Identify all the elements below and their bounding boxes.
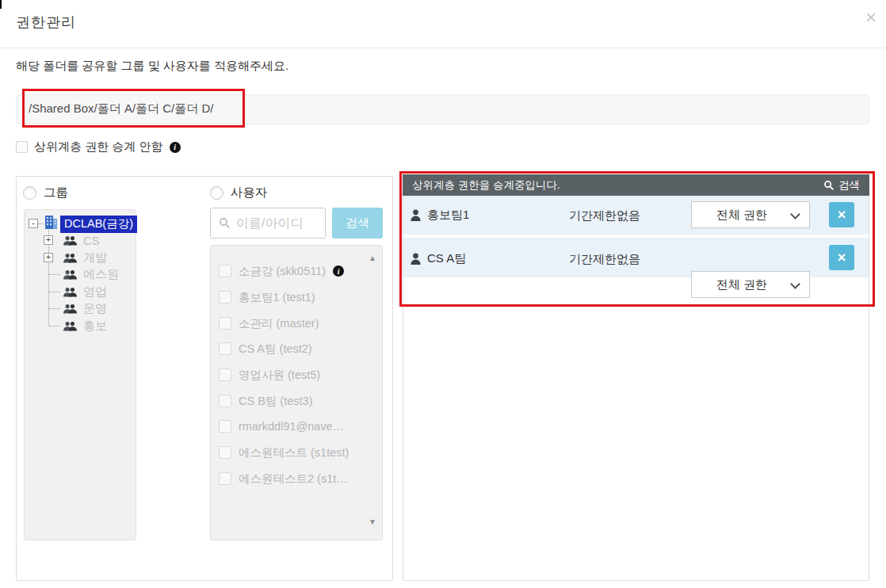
remove-permission-button[interactable]: × bbox=[829, 245, 854, 270]
info-icon[interactable]: i bbox=[333, 265, 344, 277]
scroll-down-icon[interactable]: ▼ bbox=[367, 517, 378, 526]
page-title: 권한관리 bbox=[16, 13, 76, 32]
tree-node[interactable]: 영업 bbox=[63, 284, 107, 300]
user-list-item[interactable]: 소금강 (skk0511) i bbox=[219, 263, 344, 279]
group-icon bbox=[63, 304, 77, 314]
user-list-item[interactable]: 에스원테스트2 (s1t… bbox=[219, 471, 348, 487]
inherited-permissions-panel bbox=[403, 174, 869, 581]
user-radio[interactable] bbox=[210, 186, 223, 200]
tree-node-label: 홍보 bbox=[83, 319, 107, 334]
permission-row-name: CS A팀 bbox=[411, 251, 466, 266]
user-list-item[interactable]: 홍보팀1 (test1) bbox=[219, 289, 315, 305]
user-item-label: 소금강 (skk0511) bbox=[239, 264, 326, 279]
tree-node-label: 영업 bbox=[83, 284, 107, 300]
panel-search-button[interactable]: 검색 bbox=[823, 178, 860, 193]
user-item-label: 소관리 (master) bbox=[239, 316, 319, 331]
group-radio-row: 그룹 bbox=[23, 185, 68, 201]
user-list-item[interactable]: CS A팀 (test2) bbox=[219, 341, 312, 357]
user-item-label: CS A팀 (test2) bbox=[239, 342, 312, 357]
inherited-permissions-header: 상위계층 권한을 승계중입니다. 검색 bbox=[403, 174, 869, 196]
search-icon bbox=[219, 217, 231, 229]
user-list-item[interactable]: 소관리 (master) bbox=[219, 315, 319, 331]
group-icon bbox=[63, 253, 77, 263]
permission-period: 기간제한없음 bbox=[569, 252, 640, 267]
user-checkbox[interactable] bbox=[219, 446, 231, 459]
user-list-item[interactable]: CS B팀 (test3) bbox=[219, 393, 312, 409]
group-icon bbox=[63, 235, 77, 246]
permission-row-name-label: 홍보팀1 bbox=[427, 208, 469, 223]
inherit-checkbox-label: 상위계층 권한 승계 안함 bbox=[34, 139, 163, 155]
chevron-down-icon bbox=[790, 279, 800, 289]
user-search-input[interactable] bbox=[236, 216, 315, 231]
tree-node[interactable]: 홍보 bbox=[63, 318, 107, 334]
tree-collapse-toggle[interactable]: - bbox=[29, 219, 38, 228]
user-radio-label: 사용자 bbox=[231, 185, 268, 201]
remove-permission-button[interactable]: × bbox=[829, 202, 854, 227]
tree-node-root[interactable]: DCLAB(금강) bbox=[60, 216, 137, 233]
group-icon bbox=[63, 287, 77, 297]
permission-select[interactable]: 전체 권한 bbox=[691, 201, 810, 228]
user-item-label: 에스원테스트 (s1test) bbox=[239, 445, 349, 460]
user-search-button[interactable]: 검색 bbox=[332, 208, 383, 239]
search-icon bbox=[823, 180, 834, 191]
person-icon bbox=[411, 209, 421, 221]
inherit-option-row: 상위계층 권한 승계 안함 i bbox=[16, 139, 181, 155]
close-icon[interactable]: × bbox=[865, 8, 876, 27]
dialog-subtitle: 해당 폴더를 공유할 그룹 및 사용자를 적용해주세요. bbox=[16, 59, 288, 74]
group-icon bbox=[63, 269, 77, 280]
permission-row-name: 홍보팀1 bbox=[411, 208, 469, 223]
user-list-item[interactable]: rmarkddl91@nave… bbox=[219, 418, 344, 434]
tree-expand-toggle[interactable]: + bbox=[44, 235, 53, 245]
user-checkbox[interactable] bbox=[219, 395, 231, 407]
permission-period: 기간제한없음 bbox=[569, 208, 640, 223]
scroll-up-icon[interactable]: ▲ bbox=[367, 254, 378, 262]
info-icon[interactable]: i bbox=[170, 142, 181, 153]
user-search-box bbox=[210, 208, 326, 239]
building-icon bbox=[44, 215, 58, 230]
tree-node[interactable]: 운영 bbox=[63, 300, 107, 316]
panel-search-label: 검색 bbox=[838, 178, 860, 193]
inherited-permissions-title: 상위계층 권한을 승계중입니다. bbox=[412, 178, 560, 193]
user-item-label: 에스원테스트2 (s1t… bbox=[239, 472, 348, 487]
user-list-item[interactable]: 에스원테스트 (s1test) bbox=[219, 445, 349, 460]
group-radio[interactable] bbox=[23, 186, 36, 200]
tree-node-label: 개발 bbox=[83, 250, 107, 265]
permission-select-value: 전체 권한 bbox=[716, 277, 767, 292]
permission-select-value: 전체 권한 bbox=[716, 208, 767, 223]
group-radio-label: 그룹 bbox=[44, 185, 68, 201]
user-checkbox[interactable] bbox=[219, 317, 231, 330]
tree-node[interactable]: CS bbox=[63, 232, 100, 248]
permission-row-name-label: CS A팀 bbox=[427, 251, 466, 266]
user-item-label: CS B팀 (test3) bbox=[239, 394, 312, 409]
tree-node-label: 에스원 bbox=[83, 267, 119, 282]
user-checkbox[interactable] bbox=[219, 291, 231, 304]
group-icon bbox=[63, 321, 77, 331]
tree-node-label: CS bbox=[83, 234, 100, 247]
user-item-label: 홍보팀1 (test1) bbox=[239, 290, 315, 305]
permission-management-dialog: 권한관리 × 해당 폴더를 공유할 그룹 및 사용자를 적용해주세요. /Sha… bbox=[0, 0, 886, 588]
permission-select[interactable]: 전체 권한 bbox=[691, 271, 810, 298]
user-checkbox[interactable] bbox=[219, 368, 231, 381]
screen-artifact bbox=[0, 0, 2, 9]
user-item-label: 영업사원 (test5) bbox=[239, 368, 320, 383]
user-item-label: rmarkddl91@nave… bbox=[239, 420, 344, 433]
person-icon bbox=[411, 253, 421, 265]
folder-path-value: /Shared Box/폴더 A/폴더 C/폴더 D/ bbox=[29, 101, 213, 116]
tree-connector-stub bbox=[49, 308, 60, 309]
header-divider bbox=[0, 48, 886, 48]
tree-node[interactable]: 개발 bbox=[63, 250, 107, 265]
user-checkbox[interactable] bbox=[219, 472, 231, 485]
user-checkbox[interactable] bbox=[219, 342, 231, 355]
tree-expand-toggle[interactable]: + bbox=[44, 253, 53, 262]
tree-connector-stub bbox=[49, 326, 60, 326]
inherit-checkbox[interactable] bbox=[16, 141, 28, 153]
chevron-down-icon bbox=[790, 209, 800, 220]
user-checkbox[interactable] bbox=[219, 265, 231, 277]
user-radio-row: 사용자 bbox=[210, 185, 268, 201]
user-checkbox[interactable] bbox=[219, 420, 231, 433]
tree-connector-stub bbox=[49, 292, 60, 292]
tree-node-label: 운영 bbox=[83, 301, 107, 316]
user-list-item[interactable]: 영업사원 (test5) bbox=[219, 367, 320, 383]
tree-node[interactable]: 에스원 bbox=[63, 266, 119, 282]
tree-connector-stub bbox=[49, 274, 60, 275]
